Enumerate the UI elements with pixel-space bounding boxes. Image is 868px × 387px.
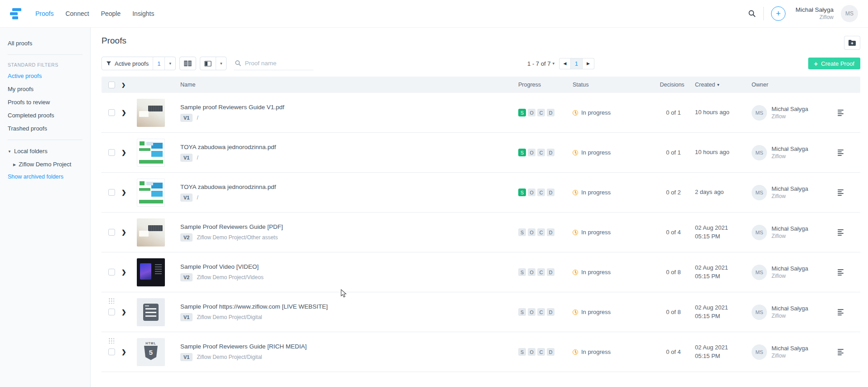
proof-thumbnail[interactable] [137, 338, 165, 366]
next-page-button[interactable]: ▶ [583, 58, 594, 69]
prev-page-button[interactable]: ◀ [559, 58, 571, 69]
filter-button[interactable]: Active proofs [102, 57, 153, 70]
nav-item-proofs[interactable]: Proofs [35, 10, 53, 17]
ziflow-logo-icon[interactable] [9, 8, 23, 20]
proof-folder-path[interactable]: Ziflow Demo Project/Digital [197, 314, 262, 320]
proof-thumbnail[interactable] [137, 139, 165, 167]
row-checkbox[interactable] [108, 348, 115, 355]
proof-folder-path[interactable]: / [197, 194, 198, 201]
avatar[interactable]: MS [841, 5, 858, 22]
filter-count-badge[interactable]: 1 [153, 57, 164, 70]
current-page-button[interactable]: 1 [571, 58, 583, 69]
proof-folder-path[interactable]: Ziflow Demo Project/Digital [197, 354, 262, 360]
expand-row-icon[interactable]: ❯ [121, 348, 126, 355]
expand-all-icon[interactable]: ❯ [121, 82, 125, 88]
create-proof-button[interactable]: + Create Proof [808, 58, 860, 69]
proof-name-link[interactable]: Sample Proof Reviewers Guide [PDF] [180, 223, 283, 230]
nav-item-connect[interactable]: Connect [65, 10, 89, 17]
column-header-status[interactable]: Status [573, 82, 652, 88]
sidebar-item-active-proofs[interactable]: Active proofs [8, 69, 90, 82]
row-menu-icon[interactable] [838, 348, 844, 356]
proof-name-link[interactable]: Sample proof Reviewers Guide V1.pdf [180, 104, 285, 111]
version-badge[interactable]: V1 [180, 353, 193, 361]
sidebar-item-my-proofs[interactable]: My proofs [8, 82, 90, 96]
owner-name: Michał Sałyga [772, 185, 808, 193]
proof-thumbnail[interactable] [137, 218, 165, 247]
version-badge[interactable]: V2 [180, 273, 193, 281]
proof-thumbnail[interactable] [137, 179, 165, 207]
drag-handle-icon[interactable] [108, 338, 114, 343]
nav-item-insights[interactable]: Insights [132, 10, 154, 17]
column-header-owner[interactable]: Owner [752, 82, 838, 88]
version-badge[interactable]: V1 [180, 194, 193, 202]
plus-icon: + [814, 60, 818, 67]
decisions-count: 0 of 1 [652, 109, 695, 116]
group-by-button[interactable] [180, 57, 196, 70]
stage-o-badge: O [528, 109, 535, 116]
column-header-decisions[interactable]: Decisions [652, 82, 695, 88]
row-checkbox[interactable] [108, 109, 115, 116]
proof-thumbnail[interactable] [137, 298, 165, 326]
expand-row-icon[interactable]: ❯ [121, 109, 126, 116]
triangle-down-icon: ▼ [8, 150, 11, 154]
proof-thumbnail[interactable] [137, 258, 165, 286]
proof-name-link[interactable]: Sample Proof Video [VIDEO] [180, 263, 259, 270]
version-badge[interactable]: V1 [180, 114, 193, 122]
clock-icon [573, 190, 578, 195]
version-badge[interactable]: V1 [180, 154, 193, 162]
sidebar-item-proofs-to-review[interactable]: Proofs to review [8, 96, 90, 109]
expand-row-icon[interactable]: ❯ [121, 149, 126, 156]
view-layout-control: ▾ [200, 57, 227, 70]
row-menu-icon[interactable] [838, 109, 844, 117]
filter-dropdown-button[interactable]: ▾ [164, 57, 175, 70]
page-range-dropdown[interactable]: 1 - 7 of 7 ▾ [527, 60, 555, 67]
row-menu-icon[interactable] [838, 268, 844, 276]
column-view-button[interactable] [200, 57, 216, 70]
proof-thumbnail[interactable] [137, 99, 165, 127]
version-badge[interactable]: V1 [180, 313, 193, 321]
expand-row-icon[interactable]: ❯ [121, 309, 126, 315]
proof-name-link[interactable]: TOYA zabudowa jednorodzinna.pdf [180, 184, 276, 190]
proof-name-link[interactable]: Sample Proof https://www.ziflow.com [LIV… [180, 303, 328, 310]
column-header-created[interactable]: Created ▼ [695, 82, 752, 88]
expand-row-icon[interactable]: ❯ [121, 229, 126, 236]
view-dropdown-button[interactable]: ▾ [216, 57, 227, 70]
proof-name-link[interactable]: Sample Proof Reviewers Guide [RICH MEDIA… [180, 343, 307, 350]
owner-org: Ziflow [772, 272, 808, 280]
row-checkbox[interactable] [108, 309, 115, 315]
nav-item-people[interactable]: People [101, 10, 121, 17]
create-new-button[interactable]: + [771, 6, 786, 21]
proof-name-search-input[interactable] [245, 60, 308, 67]
add-folder-button[interactable] [844, 36, 860, 50]
sidebar-folder-ziflow-demo-project[interactable]: ▶Ziflow Demo Project [8, 158, 90, 171]
local-folders-toggle[interactable]: ▼Local folders [8, 145, 90, 158]
row-checkbox[interactable] [108, 269, 115, 276]
search-icon[interactable] [748, 10, 756, 18]
sidebar-item-trashed-proofs[interactable]: Trashed proofs [8, 122, 90, 135]
proof-folder-path[interactable]: / [197, 115, 198, 121]
show-archived-folders-link[interactable]: Show archived folders [8, 171, 90, 183]
proof-folder-path[interactable]: / [197, 155, 198, 161]
proof-folder-path[interactable]: Ziflow Demo Project/Videos [197, 274, 263, 281]
row-menu-icon[interactable] [838, 308, 844, 316]
row-menu-icon[interactable] [838, 149, 844, 157]
sidebar-item-completed-proofs[interactable]: Completed proofs [8, 109, 90, 122]
column-header-progress[interactable]: Progress [518, 82, 573, 88]
proof-name-link[interactable]: TOYA zabudowa jednorodzinna.pdf [180, 144, 276, 150]
row-menu-icon[interactable] [838, 228, 844, 237]
proof-folder-path[interactable]: Ziflow Demo Project/Other assets [197, 234, 278, 241]
expand-row-icon[interactable]: ❯ [121, 269, 126, 276]
user-info[interactable]: Michał Sałyga Ziflow [796, 6, 834, 21]
row-checkbox[interactable] [108, 149, 115, 156]
row-checkbox[interactable] [108, 229, 115, 236]
select-all-checkbox[interactable] [108, 82, 115, 88]
row-checkbox[interactable] [108, 189, 115, 196]
expand-row-icon[interactable]: ❯ [121, 189, 126, 196]
thumbnail-glyph-icon [144, 346, 158, 360]
sidebar-item-all-proofs[interactable]: All proofs [8, 37, 90, 50]
column-header-name[interactable]: Name [180, 82, 518, 88]
sidebar: All proofs STANDARD FILTERS Active proof… [0, 28, 91, 387]
row-menu-icon[interactable] [838, 189, 844, 197]
version-badge[interactable]: V2 [180, 233, 193, 242]
drag-handle-icon[interactable] [108, 298, 114, 304]
